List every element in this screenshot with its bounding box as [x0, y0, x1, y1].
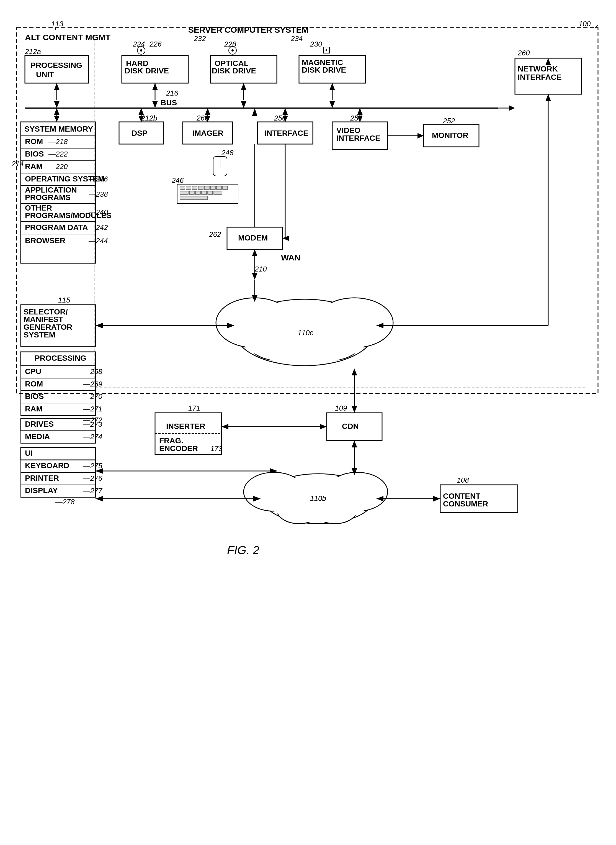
printer-label: PRINTER	[25, 474, 59, 482]
key3	[192, 186, 197, 190]
display-label: DISPLAY	[25, 486, 58, 495]
ref-218: —218	[48, 137, 68, 146]
prog-data-label: PROGRAM DATA	[25, 223, 88, 232]
network-interface-text2: INTERFACE	[518, 73, 562, 81]
key13	[208, 191, 213, 194]
inserter-label: INSERTER	[166, 422, 205, 431]
ref-252: 252	[443, 117, 455, 125]
network-interface-text1: NETWORK	[518, 65, 558, 73]
key14	[214, 191, 222, 194]
ref-260: 260	[518, 49, 530, 57]
ref-171: 171	[188, 404, 200, 412]
arrowhead-proc-down	[54, 101, 60, 108]
ref-274: —274	[83, 432, 102, 441]
arrowhead-cdn-up	[352, 369, 357, 375]
ref-109: 109	[335, 404, 347, 412]
processing-sub-label: PROCESSING	[35, 354, 87, 362]
arrowhead-hdd-down	[152, 101, 158, 108]
arrowhead-monitor	[418, 133, 424, 138]
ref-238: —238	[88, 190, 108, 198]
key4	[198, 186, 203, 190]
arrowhead-cloud-to-sel	[95, 323, 103, 328]
ref-278: —278	[55, 498, 75, 506]
ref-230: 230	[310, 40, 322, 48]
ref-269: —269	[83, 380, 102, 388]
alt-content-mgmt-label: ALT CONTENT MGMT	[25, 33, 110, 42]
hard-disk-text2: DISK DRIVE	[125, 66, 169, 75]
monitor-label: MONITOR	[432, 131, 468, 140]
arrowhead-odd-down	[241, 101, 246, 108]
processing-unit-text2: UNIT	[36, 70, 54, 79]
ref-214: 214	[11, 160, 23, 168]
server-computer-system-label: SERVER COMPUTER SYSTEM	[188, 25, 309, 34]
arrowhead-vi-up	[357, 108, 363, 115]
ref-216: 216	[166, 89, 178, 97]
content-consumer-text1: CONTENT	[443, 492, 480, 500]
diagram-container: 113 100 ALT CONTENT MGMT SERVER COMPUTER…	[0, 0, 616, 845]
ref-173: 173	[210, 444, 223, 453]
ref-212a: 212a	[25, 47, 41, 56]
cpu-label: CPU	[25, 367, 41, 376]
key9	[180, 191, 188, 194]
ref-268: —268	[83, 367, 103, 376]
arrowhead-cdn-110b-up	[352, 441, 357, 447]
ref-244: —244	[88, 237, 108, 245]
ui-label: UI	[25, 449, 33, 457]
ref-113: 113	[51, 20, 63, 28]
rom2-label: ROM	[25, 379, 43, 388]
magnetic-disk-text2: DISK DRIVE	[302, 66, 346, 74]
ref-248: 248	[221, 148, 234, 157]
arrowhead-modem-up	[252, 108, 257, 116]
arrowhead-interface-up	[282, 108, 288, 115]
arrowhead-wan-down	[252, 273, 257, 280]
key5	[204, 186, 209, 190]
arrowhead-sel-110b-left	[95, 496, 103, 501]
ref-276: —276	[83, 474, 103, 482]
bios-label: BIOS	[25, 150, 44, 158]
interface-label: INTERFACE	[264, 129, 308, 137]
ref-110c: 110c	[298, 329, 313, 337]
key7	[217, 186, 221, 190]
ram-label: RAM	[25, 162, 43, 170]
bios2-label: BIOS	[25, 392, 44, 401]
processing-unit-text1: PROCESSING	[31, 61, 82, 69]
imager-label: IMAGER	[192, 129, 223, 137]
arrowhead-net-up	[546, 58, 551, 65]
arrowhead-110b-cc	[433, 496, 440, 501]
keyboard-label: KEYBOARD	[25, 461, 69, 470]
modem-label: MODEM	[238, 234, 268, 242]
ref-110b: 110b	[310, 494, 326, 503]
frag-encoder-text2: ENCODER	[159, 444, 198, 453]
frag-encoder-text1: FRAG.	[159, 436, 183, 445]
arrowhead-wan-up	[252, 249, 257, 256]
arrowhead-hdd-up	[152, 83, 158, 90]
key11	[195, 191, 201, 194]
ram2-label: RAM	[25, 404, 43, 413]
arrowhead-int-modem	[282, 235, 289, 241]
key12	[202, 191, 207, 194]
arrowhead-net-up2	[546, 94, 551, 101]
ref-222: —222	[48, 150, 68, 158]
content-consumer-text2: CONSUMER	[443, 500, 488, 508]
arrowhead-mdd-up	[330, 83, 335, 90]
sel-text3: GENERATOR	[23, 323, 72, 331]
ref-234: 234	[290, 34, 303, 43]
optical-disk-text2: DISK DRIVE	[212, 66, 256, 75]
ref-108: 108	[457, 476, 469, 484]
fig-label: FIG. 2	[227, 544, 260, 557]
ref-115: 115	[58, 296, 70, 304]
ref-232: 232	[194, 34, 206, 43]
arrowhead-sysmem-down	[54, 116, 60, 122]
ref-277: —277	[83, 486, 103, 495]
ref-212b: 212b	[141, 114, 157, 122]
ref-273: —273	[83, 420, 103, 428]
key10	[189, 191, 194, 194]
ref-271: —271	[83, 405, 102, 413]
bus-label: BUS	[161, 98, 177, 107]
ref-240: —240	[88, 208, 108, 216]
key8	[223, 186, 227, 190]
sel-text2: MANIFEST	[23, 315, 63, 323]
media-label: MEDIA	[25, 432, 50, 441]
sel-text4: SYSTEM	[23, 331, 55, 339]
arrowhead-net-right	[509, 105, 515, 111]
